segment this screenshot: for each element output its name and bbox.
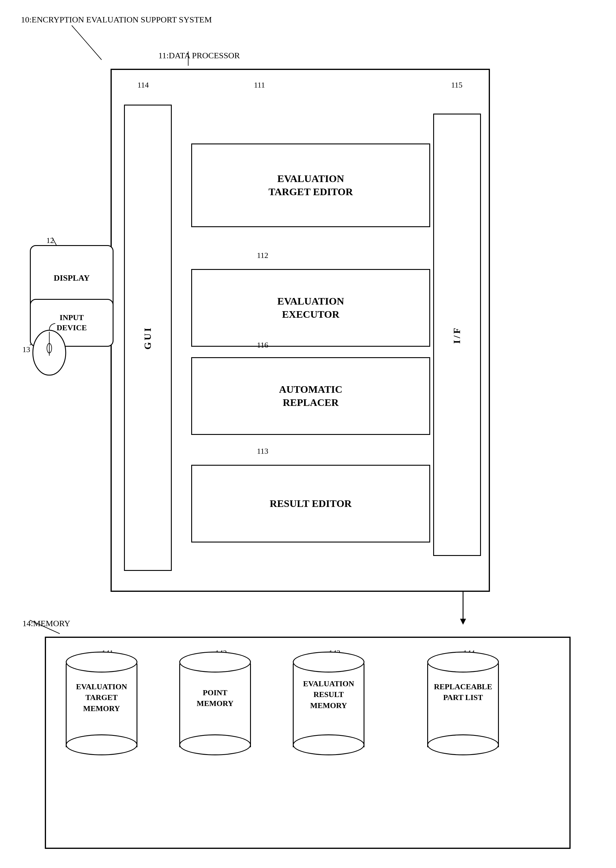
- cylinder-141-bottom: [66, 734, 137, 755]
- cylinder-144-body: REPLACEABLEPART LIST: [427, 663, 499, 747]
- cylinder-143: EVALUATIONRESULTMEMORY 143: [293, 652, 365, 756]
- if-label: I/F: [451, 326, 464, 344]
- gui-block: GUI: [124, 105, 172, 571]
- cylinder-142: POINTMEMORY 142: [179, 652, 251, 756]
- cylinder-143-top: [293, 652, 365, 673]
- cylinder-143-body: EVALUATIONRESULTMEMORY: [293, 663, 365, 747]
- cylinder-142-top: [179, 652, 251, 673]
- result-editor-ref-num: 113: [257, 447, 268, 456]
- diagram: 10:ENCRYPTION EVALUATION SUPPORT SYSTEM …: [0, 0, 616, 868]
- cylinder-142-bottom: [179, 734, 251, 755]
- result-editor-box: RESULT EDITOR: [191, 465, 430, 542]
- cylinder-144-label: REPLACEABLEPART LIST: [430, 682, 496, 703]
- mouse-shape: [25, 323, 73, 389]
- cylinder-141-top: [66, 652, 137, 673]
- data-processor-label: 11:DATA PROCESSOR: [158, 51, 240, 60]
- result-editor-label: RESULT EDITOR: [270, 497, 352, 510]
- cylinder-141-label: EVALUATIONTARGETMEMORY: [69, 682, 134, 714]
- memory-label: 14:MEMORY: [22, 619, 70, 628]
- auto-replacer-ref-num: 116: [257, 341, 268, 350]
- if-ref-num: 115: [451, 81, 462, 90]
- evaluation-target-editor-box: EVALUATION TARGET EDITOR: [191, 143, 430, 227]
- eval-target-ref-num: 111: [254, 81, 265, 90]
- automatic-replacer-box: AUTOMATIC REPLACER: [191, 357, 430, 435]
- if-block: I/F: [433, 113, 481, 556]
- cylinder-142-label: POINTMEMORY: [182, 687, 248, 709]
- cylinder-144-bottom: [427, 734, 499, 755]
- evaluation-executor-box: EVALUATION EXECUTOR: [191, 269, 430, 347]
- input-device-ref-num: 13: [22, 345, 30, 354]
- evaluation-target-editor-label: EVALUATION TARGET EDITOR: [269, 172, 353, 198]
- automatic-replacer-label: AUTOMATIC REPLACER: [279, 383, 343, 409]
- cylinder-144: REPLACEABLEPART LIST 144: [427, 652, 499, 756]
- system-title-label: 10:ENCRYPTION EVALUATION SUPPORT SYSTEM: [21, 15, 212, 25]
- evaluation-executor-label: EVALUATION EXECUTOR: [277, 295, 344, 321]
- svg-line-30: [72, 25, 102, 60]
- display-label: DISPLAY: [54, 273, 90, 284]
- gui-ref-num: 114: [137, 81, 149, 90]
- cylinder-143-bottom: [293, 734, 365, 755]
- cylinder-144-top: [427, 652, 499, 673]
- cylinder-143-label: EVALUATIONRESULTMEMORY: [296, 679, 361, 711]
- cylinder-141: EVALUATIONTARGETMEMORY 141: [66, 652, 137, 756]
- eval-exec-ref-num: 112: [257, 251, 268, 260]
- gui-label: GUI: [141, 326, 154, 350]
- cylinder-141-body: EVALUATIONTARGETMEMORY: [66, 663, 137, 747]
- display-ref-num: 12: [46, 236, 54, 245]
- svg-marker-24: [460, 619, 466, 625]
- cylinder-142-body: POINTMEMORY: [179, 663, 251, 747]
